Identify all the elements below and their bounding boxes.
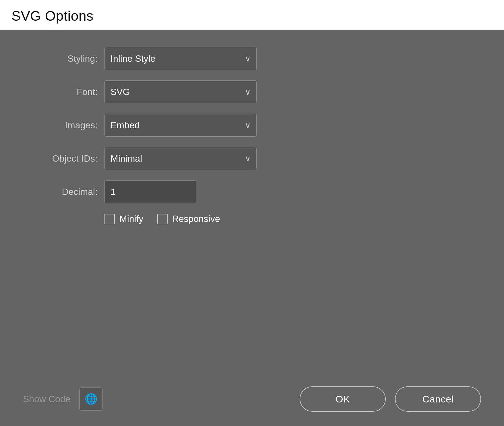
title-bar: SVG Options [0,0,504,30]
checkboxes-row: Minify Responsive [104,214,481,224]
images-row: Images: Embed Link Preserve [23,114,481,137]
minify-checkbox-item[interactable]: Minify [104,214,144,224]
styling-select-wrapper: Inline Style Internal CSS External CSS P… [104,47,257,70]
globe-icon: 🌐 [85,393,98,405]
font-select[interactable]: SVG Convert to Outline Store as CSS [104,80,257,103]
responsive-label: Responsive [172,214,220,224]
dialog-body: Styling: Inline Style Internal CSS Exter… [0,30,504,426]
responsive-checkbox-item[interactable]: Responsive [157,214,220,224]
dialog-title: SVG Options [11,8,493,24]
object-ids-label: Object IDs: [23,153,98,164]
globe-button[interactable]: 🌐 [80,388,102,410]
footer-row: Show Code 🌐 OK Cancel [23,386,481,412]
cancel-button[interactable]: Cancel [395,386,481,412]
show-code-button[interactable]: Show Code [23,394,70,404]
object-ids-select-wrapper: Minimal Unique Layer Names None [104,147,257,170]
minify-label: Minify [119,214,144,224]
font-row: Font: SVG Convert to Outline Store as CS… [23,80,481,103]
styling-row: Styling: Inline Style Internal CSS Exter… [23,47,481,70]
responsive-checkbox[interactable] [157,214,168,224]
ok-button[interactable]: OK [300,386,386,412]
minify-checkbox[interactable] [104,214,115,224]
font-label: Font: [23,87,98,97]
object-ids-select[interactable]: Minimal Unique Layer Names None [104,147,257,170]
styling-label: Styling: [23,53,98,64]
images-select-wrapper: Embed Link Preserve [104,114,257,137]
decimal-label: Decimal: [23,187,98,197]
images-select[interactable]: Embed Link Preserve [104,114,257,137]
images-label: Images: [23,120,98,131]
styling-select[interactable]: Inline Style Internal CSS External CSS P… [104,47,257,70]
decimal-input[interactable] [104,180,196,203]
options-area: Styling: Inline Style Internal CSS Exter… [23,47,481,224]
decimal-row: Decimal: [23,180,481,203]
font-select-wrapper: SVG Convert to Outline Store as CSS [104,80,257,103]
object-ids-row: Object IDs: Minimal Unique Layer Names N… [23,147,481,170]
